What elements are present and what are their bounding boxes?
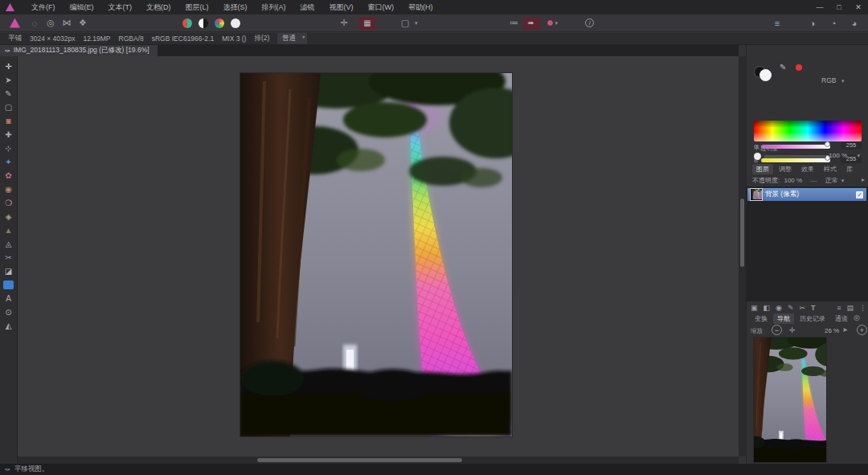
snapping-toggle[interactable]: ▦ bbox=[358, 17, 376, 30]
vertical-scrollbar-thumb[interactable] bbox=[740, 199, 744, 267]
dodge-brush-tool[interactable]: ◈ bbox=[2, 210, 15, 223]
preset-dropdown[interactable]: 普通 bbox=[277, 33, 307, 44]
blend-mode-dropdown[interactable]: 正常 bbox=[825, 177, 838, 184]
chevron-down-icon[interactable]: ▾ bbox=[841, 178, 845, 183]
color-swatch-icon[interactable] bbox=[547, 19, 554, 27]
opacity-value[interactable]: 100 % bbox=[829, 152, 847, 159]
auto-contrast-icon[interactable] bbox=[199, 18, 208, 28]
document-tab[interactable]: ✑ IMG_20181113_180835.jpg (已修改) [19.6%] bbox=[0, 45, 158, 56]
horizontal-scrollbar-thumb[interactable] bbox=[257, 458, 462, 462]
shape-tool[interactable]: ⊙ bbox=[2, 305, 15, 319]
green-slider-knob[interactable] bbox=[825, 141, 830, 147]
layers-tab-3[interactable]: 样式 bbox=[820, 164, 841, 174]
navigator-tab-1[interactable]: 导航 bbox=[773, 313, 794, 324]
circle-icon[interactable]: ◔ bbox=[825, 18, 841, 28]
pan-icon[interactable]: ✛ bbox=[789, 326, 796, 334]
flood-select-tool[interactable]: ✦ bbox=[2, 155, 15, 169]
clone-stamp-tool[interactable]: ◉ bbox=[2, 182, 15, 196]
close-button[interactable]: ✕ bbox=[849, 0, 868, 14]
layers-tab-0[interactable]: 图层 bbox=[752, 164, 773, 174]
layers-button-1[interactable]: ◧ bbox=[764, 304, 771, 312]
layers-button-7[interactable]: ▤ bbox=[846, 304, 854, 312]
green-value[interactable]: 255 bbox=[841, 141, 862, 149]
menu-item[interactable]: 文件(F) bbox=[26, 1, 61, 14]
menu-item[interactable]: 滤镜 bbox=[295, 1, 321, 14]
layer-visibility-checkbox[interactable]: ✓ bbox=[856, 191, 863, 199]
marquee-tool[interactable]: ▢ bbox=[2, 100, 15, 114]
paint-brush-tool[interactable]: ✿ bbox=[2, 169, 15, 182]
menu-item[interactable]: 编辑(E) bbox=[64, 1, 100, 14]
maximize-button[interactable]: □ bbox=[829, 0, 849, 14]
smudge-tool[interactable]: ◬ bbox=[2, 237, 15, 251]
healing-brush-tool[interactable]: ❍ bbox=[2, 196, 15, 210]
eraser-tool[interactable]: ◪ bbox=[2, 264, 15, 278]
arrow-toggle[interactable]: ➠ bbox=[522, 17, 540, 30]
color-picker-tool[interactable]: ✎ bbox=[2, 87, 15, 100]
tone-mapping-persona-icon[interactable]: ⋈ bbox=[59, 18, 75, 28]
fill-swatch[interactable] bbox=[760, 69, 772, 81]
chevron-down-icon[interactable]: ▾ bbox=[415, 20, 418, 27]
view-tool[interactable]: ✛ bbox=[2, 59, 15, 73]
menu-item[interactable]: 文本(T) bbox=[103, 1, 138, 14]
navigator-tab-2[interactable]: 历史记录 bbox=[796, 313, 829, 324]
layers-button-3[interactable]: ✎ bbox=[788, 304, 794, 312]
move-tool[interactable]: ➤ bbox=[2, 73, 15, 87]
blur-tool[interactable]: ✂ bbox=[2, 251, 15, 264]
color-spectrum[interactable] bbox=[754, 121, 862, 141]
layers-tab-4[interactable]: 库 bbox=[842, 164, 857, 174]
dropper-icon[interactable]: ✎ bbox=[780, 63, 786, 72]
develop-persona-icon[interactable]: ◎ bbox=[43, 18, 59, 28]
circle-icon[interactable]: ◑ bbox=[805, 18, 821, 28]
layers-button-8[interactable]: ⋮ bbox=[859, 304, 866, 312]
auto-colors-icon[interactable] bbox=[215, 18, 224, 28]
chevron-down-icon[interactable]: ▾ bbox=[857, 153, 860, 159]
menu-item[interactable]: 选择(S) bbox=[218, 1, 253, 14]
navigator-tab-0[interactable]: 变换 bbox=[751, 313, 772, 324]
photo-document[interactable] bbox=[240, 73, 512, 436]
minimize-button[interactable]: — bbox=[810, 0, 829, 14]
lock-icon[interactable]: ▸ bbox=[862, 176, 865, 183]
layers-button-4[interactable]: ✂ bbox=[799, 304, 805, 312]
photo-persona-icon[interactable] bbox=[10, 18, 20, 28]
layers-button-2[interactable]: ◉ bbox=[776, 304, 782, 312]
opacity-knob[interactable] bbox=[754, 153, 761, 160]
zoom-in-button[interactable]: + bbox=[857, 325, 867, 335]
view-mode-dropdown[interactable]: ▢ bbox=[397, 18, 413, 28]
menu-item[interactable]: 窗口(W) bbox=[362, 1, 400, 14]
menu-item[interactable]: 文档(D) bbox=[141, 1, 177, 14]
layers-opacity-value[interactable]: 100 % bbox=[784, 177, 802, 184]
gradient-swatch[interactable] bbox=[3, 280, 14, 289]
burn-brush-tool[interactable]: ▲ bbox=[2, 223, 15, 237]
info-icon[interactable]: i bbox=[585, 18, 594, 27]
lasso-tool[interactable]: ◙ bbox=[2, 114, 15, 128]
crop-tool[interactable]: ⊹ bbox=[2, 141, 15, 155]
layers-button-0[interactable]: ▣ bbox=[751, 304, 758, 312]
color-model-dropdown[interactable]: RGB ▾ bbox=[821, 72, 844, 86]
recent-color-dot[interactable] bbox=[796, 64, 802, 71]
layers-button-6[interactable]: ≡ bbox=[837, 304, 841, 312]
layers-tab-2[interactable]: 效果 bbox=[797, 164, 818, 174]
opacity-track[interactable] bbox=[764, 155, 826, 158]
zoom-out-button[interactable]: − bbox=[772, 325, 782, 335]
liquify-persona-icon[interactable]: ◌ bbox=[27, 18, 43, 28]
selection-brush-tool[interactable]: ✚ bbox=[2, 128, 15, 141]
hamburger-icon[interactable]: ≡ bbox=[769, 18, 785, 28]
crosshair-icon[interactable]: ✛ bbox=[336, 18, 352, 28]
layer-row[interactable]: 背景 (像素) ✓ bbox=[747, 188, 866, 201]
auto-levels-icon[interactable] bbox=[182, 18, 192, 28]
chevron-down-icon[interactable]: ▾ bbox=[555, 20, 559, 27]
zoom-value[interactable]: 26 % bbox=[825, 327, 839, 334]
menu-item[interactable]: 排列(A) bbox=[256, 1, 292, 14]
layers-button-5[interactable]: T bbox=[811, 304, 816, 312]
assistant-list-icon[interactable]: ≔ bbox=[506, 18, 522, 28]
search-icon[interactable]: ◎ bbox=[854, 313, 860, 321]
menu-item[interactable]: 视图(V) bbox=[324, 1, 359, 14]
layers-tab-1[interactable]: 调整 bbox=[775, 164, 796, 174]
menu-item[interactable]: 帮助(H) bbox=[403, 1, 439, 14]
export-persona-icon[interactable]: ❖ bbox=[75, 18, 91, 28]
auto-white-balance-icon[interactable] bbox=[231, 18, 240, 28]
navigator-tab-3[interactable]: 通道 bbox=[831, 313, 852, 324]
zoom-tool[interactable]: ◭ bbox=[2, 319, 15, 333]
menu-item[interactable]: 图层(L) bbox=[180, 1, 215, 14]
circle-icon[interactable]: ◕ bbox=[846, 18, 862, 28]
